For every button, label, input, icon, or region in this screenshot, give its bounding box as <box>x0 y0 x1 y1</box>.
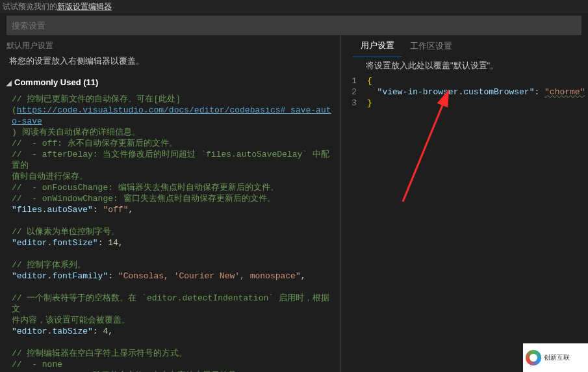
user-settings-editor[interactable]: 1 2 3 { "view-in-browser.customBrowser":… <box>341 75 588 109</box>
comment: // - none <box>12 360 62 369</box>
tab-user-settings[interactable]: 用户设置 <box>353 36 402 57</box>
right-subtitle: 将设置放入此处以覆盖"默认设置"。 <box>341 57 588 75</box>
preview-bar: 试试预览我们的 新版设置编辑器 <box>0 0 588 13</box>
json-key: "view-in-browser.customBrowser" <box>377 87 535 97</box>
left-heading: 默认用户设置 <box>0 35 340 54</box>
comment: // 控制字体系列。 <box>12 260 86 270</box>
setting-key: "files.autoSave" <box>12 205 93 215</box>
settings-scope-tabs: 用户设置 工作区设置 <box>341 35 588 57</box>
json-value: "chorme" <box>544 87 585 97</box>
search-input[interactable] <box>6 16 582 35</box>
comment: // 以像素为单位控制字号。 <box>12 227 120 237</box>
doc-link[interactable]: https://code.visualstudio.com/docs/edito… <box>12 105 331 126</box>
comment: // - onWindowChange: 窗口失去焦点时自动保存更新后的文件。 <box>12 194 275 204</box>
comment: // - onFocusChange: 编辑器失去焦点时自动保存更新后的文件。 <box>12 183 279 193</box>
code-lines: { "view-in-browser.customBrowser": "chor… <box>361 75 585 109</box>
colon: : <box>534 87 544 97</box>
section-commonly-used[interactable]: Commonly Used (11) <box>0 73 340 91</box>
comment: // 控制编辑器在空白字符上显示符号的方式。 <box>12 349 187 358</box>
comment: 件内容，该设置可能会被覆盖。 <box>12 315 130 325</box>
comment: // - off: 永不自动保存更新后的文件。 <box>12 139 177 148</box>
comment: // 一个制表符等于的空格数。在 `editor.detectIndentati… <box>12 293 329 314</box>
main-split: 默认用户设置 将您的设置放入右侧编辑器以覆盖。 Commonly Used (1… <box>0 35 588 372</box>
setting-key: "editor.tabSize" <box>12 326 93 336</box>
setting-value: "off" <box>103 205 128 215</box>
watermark: 创新互联 <box>523 343 588 372</box>
line-number: 2 <box>341 86 357 98</box>
brace-close: } <box>367 98 372 108</box>
setting-value: "Consolas, 'Courier New', monospace" <box>118 271 301 281</box>
comment: ) 阅读有关自动保存的详细信息。 <box>12 127 140 137</box>
line-number: 1 <box>341 75 357 86</box>
setting-key: "editor.fontSize" <box>12 238 98 248</box>
preview-link[interactable]: 新版设置编辑器 <box>57 1 112 12</box>
comment: 值时自动进行保存。 <box>12 172 88 181</box>
setting-key: "editor.fontFamily" <box>12 271 108 281</box>
preview-prefix: 试试预览我们的 <box>3 1 57 12</box>
watermark-text: 创新互联 <box>544 353 570 362</box>
readonly-defaults-editor: // 控制已更新文件的自动保存。可在[此处](https://code.visu… <box>0 91 340 372</box>
user-settings-pane: 用户设置 工作区设置 将设置放入此处以覆盖"默认设置"。 1 2 3 { "vi… <box>341 35 588 372</box>
left-subheading: 将您的设置放入右侧编辑器以覆盖。 <box>0 54 340 73</box>
comment: // 控制已更新文件的自动保存。可在[此处] <box>12 94 181 104</box>
tab-workspace-settings[interactable]: 工作区设置 <box>402 36 460 57</box>
default-settings-pane: 默认用户设置 将您的设置放入右侧编辑器以覆盖。 Commonly Used (1… <box>0 35 341 372</box>
watermark-logo-icon <box>526 350 541 365</box>
comment: // - afterDelay: 当文件修改后的时间超过 `files.auto… <box>12 150 329 170</box>
line-number: 3 <box>341 98 357 109</box>
brace-open: { <box>367 76 372 86</box>
setting-value: 14 <box>108 238 118 248</box>
line-gutter: 1 2 3 <box>341 75 361 109</box>
